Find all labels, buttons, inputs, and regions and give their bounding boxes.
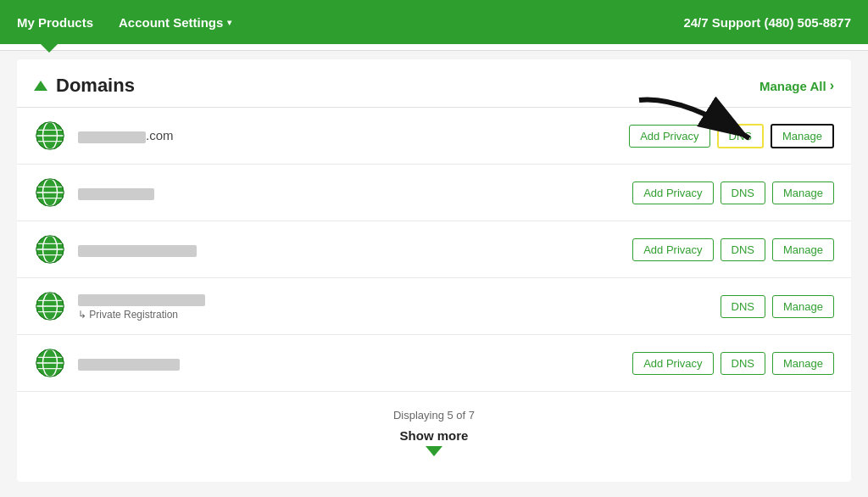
domain-globe-icon [34, 347, 66, 379]
domains-title-area: Domains [34, 75, 135, 97]
manage-all-chevron-icon: › [830, 78, 834, 93]
domain-globe-icon [34, 233, 66, 265]
manage-button[interactable]: Manage [771, 124, 834, 148]
header: My Products Account Settings ▾ 24/7 Supp… [0, 0, 868, 44]
dns-button[interactable]: DNS [717, 124, 764, 148]
domain-actions: Add Privacy DNS Manage [632, 352, 834, 375]
table-row: .com Add Privacy DNS Manage [17, 108, 851, 165]
domain-globe-icon [34, 120, 66, 152]
domain-name [78, 242, 632, 256]
domain-name [78, 185, 632, 199]
manage-button[interactable]: Manage [772, 295, 834, 318]
header-left: My Products Account Settings ▾ [17, 15, 231, 30]
domain-actions: Add Privacy DNS Manage [629, 124, 834, 148]
domains-title: Domains [56, 75, 135, 97]
domain-info: ↳ Private Registration [78, 292, 721, 321]
manage-button[interactable]: Manage [772, 238, 834, 261]
domain-name [78, 292, 721, 306]
nav-indicator-icon [41, 44, 58, 53]
domain-info [78, 185, 632, 199]
manage-all-link[interactable]: Manage All › [760, 78, 834, 93]
account-settings-nav[interactable]: Account Settings ▾ [119, 15, 231, 30]
domain-name-blur [78, 188, 154, 200]
account-settings-chevron-icon: ▾ [227, 18, 231, 27]
domain-globe-icon [34, 290, 66, 322]
dns-button[interactable]: DNS [721, 238, 765, 261]
support-number: 24/7 Support (480) 505-8877 [683, 15, 851, 30]
domain-name-blur [78, 131, 146, 143]
domains-header: Domains Manage All › [17, 59, 851, 108]
domain-globe-icon [34, 176, 66, 209]
add-privacy-button[interactable]: Add Privacy [632, 352, 713, 375]
list-footer: Displaying 5 of 7 Show more [17, 392, 851, 465]
private-registration-label: ↳ Private Registration [78, 309, 721, 321]
domain-actions: DNS Manage [721, 295, 834, 318]
dns-button[interactable]: DNS [721, 352, 765, 375]
table-row: Add Privacy DNS Manage [17, 335, 851, 392]
manage-button[interactable]: Manage [772, 181, 834, 204]
show-more-button[interactable]: Show more [400, 428, 469, 456]
domain-info: .com [78, 128, 629, 142]
table-row: Add Privacy DNS Manage [17, 221, 851, 278]
dns-button[interactable]: DNS [721, 295, 765, 318]
main-content: Domains Manage All › .com [17, 59, 851, 482]
table-row: Add Privacy DNS Manage [17, 165, 851, 221]
domain-name-blur [78, 294, 205, 306]
add-privacy-button[interactable]: Add Privacy [632, 238, 713, 261]
displaying-count: Displaying 5 of 7 [17, 409, 851, 422]
domain-actions: Add Privacy DNS Manage [632, 181, 834, 204]
domain-name-blur [78, 359, 180, 371]
dns-button[interactable]: DNS [721, 181, 765, 204]
domain-name [78, 355, 632, 370]
table-row: ↳ Private Registration DNS Manage [17, 278, 851, 335]
domain-name-blur [78, 245, 197, 257]
my-products-nav[interactable]: My Products [17, 15, 93, 30]
sort-ascending-icon[interactable] [34, 81, 47, 91]
domain-name: .com [78, 128, 629, 142]
add-privacy-button[interactable]: Add Privacy [629, 125, 709, 148]
domain-info [78, 242, 632, 256]
add-privacy-button[interactable]: Add Privacy [632, 181, 713, 204]
subheader-bar [0, 44, 868, 51]
domain-actions: Add Privacy DNS Manage [632, 238, 834, 261]
domain-info [78, 355, 632, 370]
manage-button[interactable]: Manage [772, 352, 834, 375]
show-more-arrow-icon [426, 446, 442, 456]
